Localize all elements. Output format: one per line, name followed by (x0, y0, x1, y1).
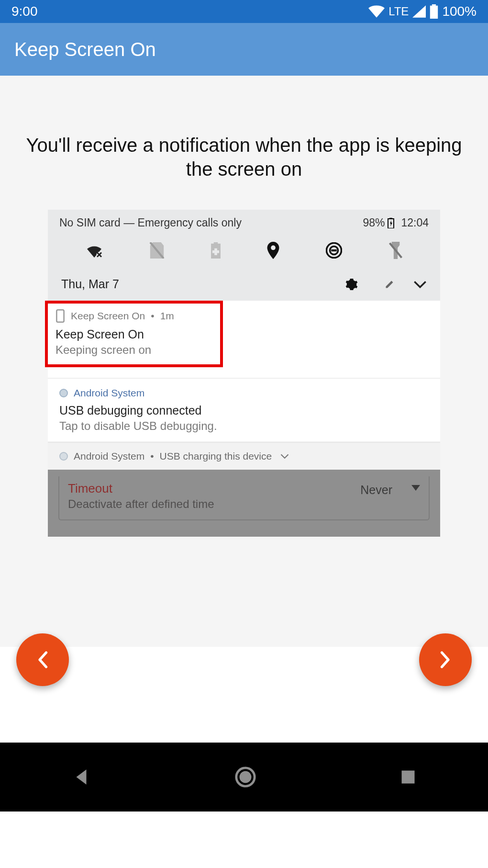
location-icon[interactable] (267, 242, 279, 259)
highlight-box: Keep Screen On • 1m Keep Screen On Keepi… (45, 301, 223, 367)
outer-status-bar: 9:00 LTE 100% (0, 0, 488, 23)
edit-icon[interactable] (385, 280, 394, 289)
system-nav-bar (0, 743, 488, 812)
app-bar: Keep Screen On (0, 23, 488, 76)
gear-icon[interactable] (345, 278, 358, 291)
status-battery: 100% (442, 4, 477, 19)
nav-back-icon[interactable] (71, 767, 91, 787)
nav-home-icon[interactable] (234, 766, 256, 788)
svg-rect-9 (212, 250, 219, 253)
do-not-disturb-icon[interactable] (326, 242, 342, 259)
svg-point-10 (271, 246, 276, 250)
signal-icon (412, 5, 426, 18)
bottom-spacer (0, 647, 488, 743)
notification-keep-screen-on[interactable]: Keep Screen On • 1m Keep Screen On Keepi… (48, 301, 440, 379)
wifi-icon (368, 5, 385, 18)
notif2-subtitle: Tap to disable USB debugging. (59, 419, 429, 433)
timeout-card: Timeout Deactivate after defined time Ne… (58, 476, 430, 520)
sim-off-icon[interactable] (150, 242, 164, 259)
next-button[interactable] (419, 633, 472, 686)
underlay-title: Timeout (68, 482, 360, 495)
notif1-age: 1m (160, 310, 174, 322)
chevron-left-icon (37, 651, 48, 668)
chevron-down-icon[interactable] (413, 280, 427, 289)
chevron-down-icon (280, 453, 289, 459)
dropdown-triangle-icon (411, 485, 420, 491)
nav-recent-icon[interactable] (399, 768, 417, 786)
system-dot-icon (59, 389, 68, 397)
underlay-subtitle: Deactivate after defined time (68, 497, 360, 511)
underlay-dimmed: Timeout Deactivate after defined time Ne… (48, 470, 440, 537)
underlay-value: Never (360, 482, 392, 497)
app-title: Keep Screen On (14, 39, 156, 60)
notif1-subtitle: Keeping screen on (55, 343, 174, 357)
svg-rect-1 (430, 6, 438, 19)
svg-rect-0 (432, 4, 436, 6)
page-headline: You'll receive a notification when the a… (0, 76, 488, 210)
flashlight-off-icon[interactable] (388, 242, 403, 259)
svg-rect-15 (56, 310, 64, 322)
embedded-screenshot: No SIM card — Emergency calls only 98% 1… (48, 210, 440, 537)
notif2-app: Android System (74, 387, 144, 399)
notif1-app: Keep Screen On (71, 310, 145, 322)
battery-charging-icon (388, 218, 394, 228)
phone-outline-icon (55, 309, 65, 323)
notif1-title: Keep Screen On (55, 327, 174, 341)
date-row: Thu, Mar 7 (48, 270, 440, 301)
notif2-title: USB debugging connected (59, 404, 429, 417)
inner-status-left: No SIM card — Emergency calls only (59, 216, 242, 229)
inner-status-bar: No SIM card — Emergency calls only 98% 1… (48, 210, 440, 233)
svg-rect-6 (213, 242, 218, 244)
notification-usb-charging[interactable]: Android System • USB charging this devic… (48, 442, 440, 470)
notification-usb-debugging[interactable]: Android System USB debugging connected T… (48, 379, 440, 442)
status-time: 9:00 (11, 4, 38, 19)
inner-battery: 98% (363, 216, 385, 229)
svg-rect-18 (401, 771, 414, 784)
system-dot-icon (59, 452, 68, 461)
shade-date: Thu, Mar 7 (61, 277, 119, 291)
collapsed-app: Android System (74, 451, 144, 462)
collapsed-text: USB charging this device (160, 451, 272, 462)
svg-rect-13 (331, 249, 336, 251)
content-area: You'll receive a notification when the a… (0, 76, 488, 647)
svg-point-17 (240, 771, 252, 783)
battery-qs-icon[interactable] (211, 242, 221, 259)
battery-icon (430, 4, 438, 19)
chevron-right-icon (440, 651, 451, 668)
prev-button[interactable] (16, 633, 69, 686)
inner-time: 12:04 (401, 216, 429, 229)
wifi-off-icon[interactable] (85, 243, 103, 258)
quick-settings-row (48, 233, 440, 270)
network-label: LTE (388, 5, 409, 18)
